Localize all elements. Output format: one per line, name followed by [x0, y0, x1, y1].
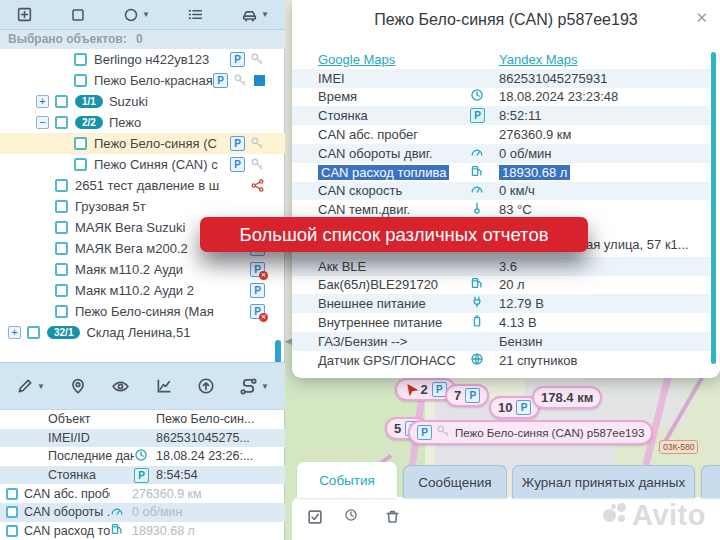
plus-square-icon [16, 6, 33, 23]
vehicle-filter-button[interactable]: ▼ [241, 6, 269, 23]
tree-item-label[interactable]: Пежо [109, 115, 141, 130]
tree-checkbox[interactable] [55, 305, 68, 318]
yandex-maps-link[interactable]: Yandex Maps [499, 52, 578, 67]
google-maps-link[interactable]: Google Maps [318, 52, 499, 67]
tree-checkbox[interactable] [55, 221, 68, 234]
map-badge-text: 7 [454, 388, 461, 403]
popup-row: Акк BLE3.6 [292, 257, 710, 276]
tree-checkbox[interactable] [55, 263, 68, 276]
select-area-button[interactable] [70, 7, 86, 23]
address-fragment: кая улица, 57 к1... [580, 237, 689, 252]
watermark-logo-dots [603, 503, 629, 529]
tree-checkbox[interactable] [55, 95, 68, 108]
popup-row-label: IMEI [292, 71, 470, 86]
popup-links-row: Google MapsYandex Maps [292, 50, 710, 69]
watch-button[interactable] [111, 377, 130, 396]
tree-expander[interactable]: − [36, 116, 49, 129]
tree-row[interactable]: Пежо Бело-краснаяP [0, 70, 285, 91]
tree-row[interactable]: +1/1Suzuki [0, 91, 285, 112]
tree-checkbox[interactable] [55, 179, 68, 192]
tab-partial[interactable] [701, 465, 720, 498]
detail-row: CAN обороты ...0 об/мин [0, 503, 285, 522]
tree-checkbox[interactable] [74, 74, 87, 87]
tree-row[interactable]: Маяк м110.2 Ауди 2P [0, 280, 285, 301]
key-icon [250, 136, 265, 151]
tree-row[interactable]: Маяк м110.2 АудиP [0, 259, 285, 280]
tab-messages[interactable]: Сообщения [403, 465, 507, 498]
popup-row: Бак(65л)BLE29172020 л [292, 276, 710, 295]
popup-row-value: 3.6 [499, 259, 517, 274]
tree-row[interactable]: Грузовая 5т [0, 196, 285, 217]
tab-events[interactable]: События [297, 462, 397, 498]
popup-row-label: CAN расход топлива [292, 165, 470, 180]
tree-item-label[interactable]: Пежо Бело-синяя (С [94, 136, 217, 151]
popup-row-value: 20 л [499, 277, 525, 292]
tree-checkbox[interactable] [74, 53, 87, 66]
list-view-button[interactable] [187, 6, 204, 23]
popup-row-value: 862531045275931 [499, 71, 607, 86]
tree-count-badge: 32/1 [47, 326, 80, 339]
detail-checkbox[interactable] [6, 525, 18, 537]
tree-checkbox[interactable] [27, 326, 40, 339]
square-icon [70, 7, 86, 23]
popup-row: Датчик GPS/ГЛОНАСС21 спутников [292, 351, 710, 370]
tree-row[interactable]: Berlingo н422ув123P [0, 49, 285, 70]
tree-checkbox[interactable] [55, 242, 68, 255]
tree-item-label[interactable]: МАЯК Вега м200.2 [75, 241, 188, 256]
tree-item-label[interactable]: 2651 тест давление в ш [75, 178, 219, 193]
close-icon[interactable]: ✕ [695, 9, 708, 27]
tree-row[interactable]: Пежо Синяя (CAN) сP [0, 154, 285, 175]
clock-icon[interactable] [344, 508, 358, 526]
trash-icon[interactable] [384, 508, 401, 529]
tree-expander[interactable]: + [36, 95, 49, 108]
tree-row[interactable]: 2651 тест давление в ш [0, 175, 285, 196]
check-square-icon[interactable] [306, 508, 324, 530]
tree-item-label[interactable]: Berlingo н422ув123 [94, 52, 209, 67]
tree-row[interactable]: Пежо Бело-синяя (СP [0, 133, 285, 154]
tree-row[interactable]: Пежо Бело-синяя (МаяP [0, 301, 285, 322]
popup-row-value: 8:52:11 [499, 108, 541, 123]
tree-item-label[interactable]: Пежо Синяя (CAN) с [94, 157, 218, 172]
tree-row[interactable]: −2/2Пежо [0, 112, 285, 133]
detail-checkbox[interactable] [6, 488, 18, 500]
tree-expander[interactable]: + [8, 326, 21, 339]
tree-item-label[interactable]: Пежо Бело-красная [94, 73, 213, 88]
gauge-icon [470, 145, 484, 162]
map-badge-bname[interactable]: PПежо Бело-синяя (CAN) p587ee193 [408, 420, 653, 445]
tree-scrollbar-thumb[interactable] [275, 340, 281, 364]
select-radius-button[interactable]: ▼ [123, 7, 150, 23]
eye-icon [111, 377, 130, 396]
chevron-down-icon: ▼ [142, 10, 150, 19]
tree-item-label[interactable]: Маяк м110.2 Ауди 2 [75, 283, 194, 298]
detail-label: Стоянка [24, 468, 134, 482]
tree-item-label[interactable]: Пежо Бело-синяя (Мая [75, 304, 214, 319]
popup-row-label: CAN скорость [292, 183, 470, 198]
tree-checkbox[interactable] [74, 137, 87, 150]
tree-item-label[interactable]: Грузовая 5т [75, 199, 146, 214]
popup-scrollbar-thumb[interactable] [711, 52, 716, 364]
tree-item-label[interactable]: МАЯК Вега Suzuki [75, 220, 185, 235]
tree-checkbox[interactable] [55, 200, 68, 213]
edit-button[interactable]: ▼ [16, 377, 45, 395]
add-object-button[interactable] [16, 6, 33, 23]
chevron-down-icon: ▼ [261, 10, 269, 19]
tree-checkbox[interactable] [55, 284, 68, 297]
tree-item-label[interactable]: Склад Ленина,51 [86, 325, 190, 340]
tree-item-label[interactable]: Suzuki [109, 94, 148, 109]
tab-journal[interactable]: Журнал принятых данных [512, 465, 695, 498]
panel-collapse-arrow[interactable]: ◀ [285, 336, 292, 346]
fuel-icon [470, 164, 484, 181]
export-button[interactable] [197, 377, 215, 395]
map-badge-b7[interactable]: 7P [445, 384, 489, 407]
tree-row[interactable]: +32/1Склад Ленина,51 [0, 322, 285, 343]
detail-checkbox[interactable] [6, 506, 18, 518]
selected-objects-count: 0 [136, 32, 143, 46]
map-badge-text: 2 [421, 382, 428, 397]
map-badge-dist[interactable]: 178.4 км [532, 386, 602, 409]
tree-checkbox[interactable] [74, 158, 87, 171]
tree-checkbox[interactable] [55, 116, 68, 129]
route-button[interactable]: ▼ [239, 377, 269, 396]
chart-button[interactable] [155, 377, 173, 395]
tree-item-label[interactable]: Маяк м110.2 Ауди [75, 262, 183, 277]
locate-button[interactable] [69, 377, 87, 395]
